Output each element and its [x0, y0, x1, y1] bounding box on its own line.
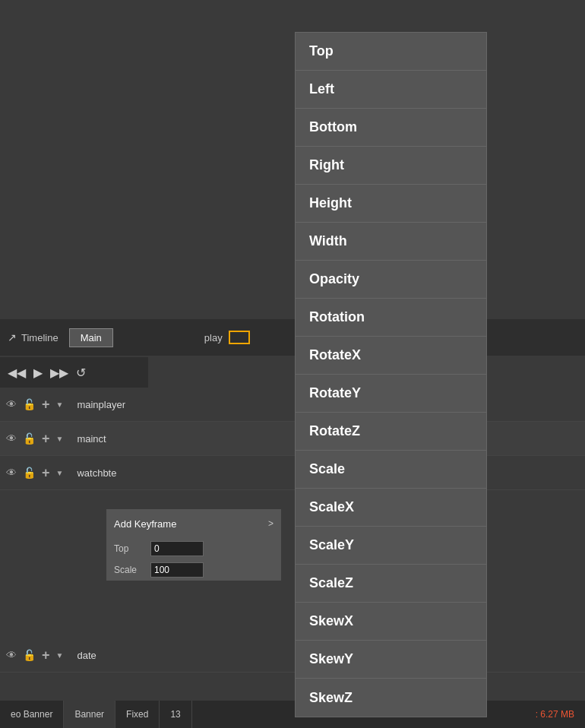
layer-row-mainplayer: 👁 🔓 + ▼ mainplayer [0, 388, 585, 422]
keyframe-scale-field: Scale [106, 559, 281, 581]
add-icon-mainct[interactable]: + [42, 431, 50, 447]
scale-label: Scale [114, 565, 144, 575]
layer-name-mainplayer: mainplayer [77, 399, 125, 410]
dropdown-item-rotatex[interactable]: RotateX [296, 337, 486, 375]
layer-name-date: date [77, 650, 96, 661]
display-label: play [204, 332, 223, 343]
undo-button[interactable]: ↺ [76, 366, 86, 380]
dropdown-item-scalez[interactable]: ScaleZ [296, 565, 486, 603]
eye-icon-date[interactable]: 👁 [6, 649, 17, 661]
fast-forward-button[interactable]: ▶▶ [50, 366, 68, 380]
bottom-tab-banner[interactable]: Banner [64, 701, 115, 728]
top-label: Top [114, 543, 144, 554]
dropdown-item-skewy[interactable]: SkewY [296, 641, 486, 679]
expand-icon[interactable]: ↗ [8, 331, 17, 343]
lock-icon-watchbte[interactable]: 🔓 [23, 467, 36, 479]
lock-icon-date[interactable]: 🔓 [23, 649, 36, 661]
color-box[interactable] [229, 331, 250, 344]
dropdown-item-skewx[interactable]: SkewX [296, 603, 486, 641]
memory-usage: : 6.27 MB [536, 709, 585, 720]
layers-container: 👁 🔓 + ▼ mainplayer 👁 🔓 + ▼ mainct 👁 🔓 + … [0, 388, 585, 490]
add-keyframe-chevron-icon: > [268, 518, 274, 529]
lock-icon-mainct[interactable]: 🔓 [23, 432, 36, 445]
dropdown-item-right[interactable]: Right [296, 147, 486, 185]
add-icon-watchbte[interactable]: + [42, 465, 50, 481]
eye-icon-watchbte[interactable]: 👁 [6, 467, 17, 479]
dropdown-item-opacity[interactable]: Opacity [296, 261, 486, 299]
eye-icon-mainct[interactable]: 👁 [6, 432, 17, 445]
playback-controls: ◀◀ ▶ ▶▶ ↺ [0, 357, 148, 388]
arrow-watchbte: ▼ [56, 469, 64, 477]
timeline-tab-main[interactable]: Main [69, 328, 113, 347]
timeline-label-text: Timeline [21, 332, 58, 343]
layer-row-watchbte: 👁 🔓 + ▼ watchbte [0, 456, 585, 490]
eye-icon-mainplayer[interactable]: 👁 [6, 398, 17, 410]
timeline-header: ↗ Timeline Main play [0, 319, 585, 356]
bottom-bar: eo Banner Banner Fixed 13 : 6.27 MB [0, 701, 585, 728]
bottom-tab-fixed[interactable]: Fixed [115, 701, 160, 728]
timeline-label-group: ↗ Timeline [0, 331, 66, 343]
dropdown-item-bottom[interactable]: Bottom [296, 109, 486, 147]
add-keyframe-button[interactable]: Add Keyframe > [106, 509, 281, 538]
dropdown-item-rotatey[interactable]: RotateY [296, 375, 486, 413]
rewind-button[interactable]: ◀◀ [8, 366, 26, 380]
arrow-date: ▼ [56, 651, 64, 660]
add-icon-mainplayer[interactable]: + [42, 397, 50, 413]
dropdown-item-rotatez[interactable]: RotateZ [296, 413, 486, 451]
dropdown-item-scaley[interactable]: ScaleY [296, 527, 486, 565]
layer-row-date: 👁 🔓 + ▼ date [0, 638, 585, 673]
layer-row-mainct: 👁 🔓 + ▼ mainct [0, 422, 585, 456]
layer-name-mainct: mainct [77, 433, 106, 445]
layer-name-watchbte: watchbte [77, 467, 116, 479]
play-button[interactable]: ▶ [33, 366, 43, 380]
dropdown-item-width[interactable]: Width [296, 223, 486, 261]
dropdown-item-top[interactable]: Top [296, 33, 486, 71]
dropdown-item-left[interactable]: Left [296, 71, 486, 109]
dropdown-item-rotation[interactable]: Rotation [296, 299, 486, 337]
arrow-mainplayer: ▼ [56, 400, 64, 409]
dropdown-item-height[interactable]: Height [296, 185, 486, 223]
bottom-tab-13[interactable]: 13 [160, 701, 191, 728]
arrow-mainct: ▼ [56, 435, 64, 443]
add-icon-date[interactable]: + [42, 647, 50, 663]
keyframe-top-field: Top [106, 538, 281, 559]
property-dropdown-menu: TopLeftBottomRightHeightWidthOpacityRota… [295, 32, 487, 717]
dropdown-item-skewz[interactable]: SkewZ [296, 679, 486, 717]
add-keyframe-popup: Add Keyframe > Top Scale [106, 509, 281, 581]
dropdown-item-scale[interactable]: Scale [296, 451, 486, 489]
bottom-tab-eobanner[interactable]: eo Banner [0, 701, 64, 728]
scale-input[interactable] [150, 562, 204, 578]
dropdown-item-scalex[interactable]: ScaleX [296, 489, 486, 527]
add-keyframe-label: Add Keyframe [114, 518, 176, 530]
lock-icon-mainplayer[interactable]: 🔓 [23, 398, 36, 410]
top-input[interactable] [150, 541, 204, 556]
